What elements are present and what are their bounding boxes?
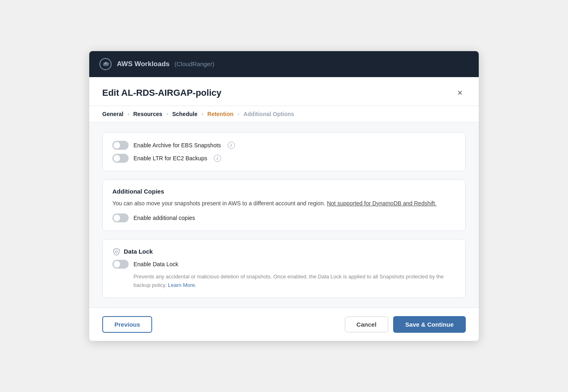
ltr-info-icon: i: [214, 155, 221, 162]
data-lock-title: Data Lock: [112, 248, 456, 256]
data-lock-card: Data Lock Enable Data Lock Prevents any …: [102, 239, 466, 298]
chevron-icon-1: ›: [127, 111, 129, 117]
modal-body: Enable Archive for EBS Snapshots i Enabl…: [89, 123, 479, 308]
breadcrumb-resources[interactable]: Resources: [133, 111, 162, 117]
archive-ltr-card: Enable Archive for EBS Snapshots i Enabl…: [102, 132, 466, 171]
chevron-icon-3: ›: [202, 111, 203, 117]
svg-point-1: [116, 250, 118, 252]
modal-title-row: Edit AL-RDS-AIRGAP-policy ×: [89, 77, 479, 106]
additional-copies-description: You can also move your snapshots present…: [112, 199, 456, 208]
previous-button[interactable]: Previous: [102, 316, 152, 333]
data-lock-title-text: Data Lock: [124, 248, 153, 255]
additional-copies-desc-link[interactable]: Not supported for DynamoDB and Redshift.: [327, 200, 437, 207]
breadcrumb-schedule[interactable]: Schedule: [172, 111, 197, 117]
save-continue-button[interactable]: Save & Continue: [393, 316, 466, 333]
app-subtitle: (CloudRanger): [174, 60, 214, 67]
breadcrumb-retention[interactable]: Retention: [207, 111, 234, 117]
cancel-button[interactable]: Cancel: [345, 317, 388, 332]
ltr-toggle-label: Enable LTR for EC2 Backups: [133, 155, 207, 162]
data-lock-toggle[interactable]: [112, 260, 129, 269]
breadcrumb: General › Resources › Schedule › Retenti…: [89, 106, 479, 123]
toggle-row-additional-copies: Enable additional copies: [112, 213, 456, 222]
chevron-icon-4: ›: [238, 111, 239, 117]
cloudranger-logo-icon: [99, 58, 112, 71]
toggle-row-data-lock: Enable Data Lock: [112, 260, 456, 269]
shield-icon: [112, 248, 120, 256]
modal-footer: Previous Cancel Save & Continue: [89, 308, 479, 341]
toggle-row-archive: Enable Archive for EBS Snapshots i: [112, 141, 456, 150]
close-button[interactable]: ×: [454, 87, 466, 99]
archive-info-icon: i: [228, 142, 235, 149]
chevron-icon-2: ›: [166, 111, 168, 117]
data-lock-learn-more-link[interactable]: Learn More.: [168, 282, 196, 288]
data-lock-toggle-label: Enable Data Lock: [133, 261, 179, 267]
toggle-row-ltr: Enable LTR for EC2 Backups i: [112, 154, 456, 163]
additional-copies-toggle[interactable]: [112, 213, 129, 222]
modal-container: AWS Workloads (CloudRanger) Edit AL-RDS-…: [89, 51, 479, 341]
app-title: AWS Workloads: [117, 60, 170, 68]
archive-toggle-label: Enable Archive for EBS Snapshots: [133, 142, 221, 149]
header-bar: AWS Workloads (CloudRanger): [89, 51, 479, 77]
data-lock-description: Prevents any accidental or malicious del…: [133, 273, 456, 290]
ltr-toggle[interactable]: [112, 154, 129, 163]
additional-copies-title: Additional Copies: [112, 188, 456, 195]
breadcrumb-additional-options[interactable]: Additional Options: [243, 111, 294, 117]
additional-copies-toggle-label: Enable additional copies: [133, 215, 195, 221]
footer-right-buttons: Cancel Save & Continue: [345, 316, 466, 333]
breadcrumb-general[interactable]: General: [102, 111, 123, 117]
additional-copies-card: Additional Copies You can also move your…: [102, 179, 466, 231]
archive-toggle[interactable]: [112, 141, 129, 150]
additional-copies-desc-text: You can also move your snapshots present…: [112, 200, 325, 207]
modal-title: Edit AL-RDS-AIRGAP-policy: [102, 88, 222, 98]
